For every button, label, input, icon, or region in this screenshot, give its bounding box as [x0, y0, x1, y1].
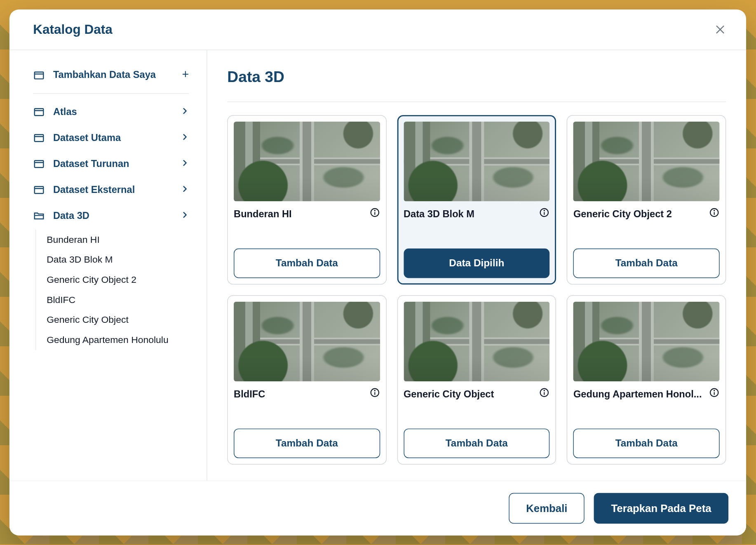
- info-icon[interactable]: [539, 387, 550, 400]
- chevron-right-icon: [181, 158, 189, 169]
- add-data-button[interactable]: Tambah Data: [234, 429, 380, 458]
- sidebar-item-data-3d[interactable]: Data 3D: [33, 202, 189, 228]
- card-title: Generic City Object 2: [573, 208, 672, 219]
- svg-rect-2: [35, 72, 43, 79]
- apply-to-map-button[interactable]: Terapkan Pada Peta: [594, 493, 728, 524]
- spacer: [573, 220, 720, 249]
- card-thumbnail: [234, 302, 380, 381]
- content-title: Data 3D: [227, 68, 726, 102]
- svg-rect-4: [35, 108, 43, 115]
- sidebar-item-label: Data 3D: [53, 210, 181, 221]
- card-thumbnail: [573, 302, 720, 381]
- svg-point-24: [374, 390, 375, 391]
- folder-icon: [33, 157, 47, 169]
- sidebar-item-dataset-eksternal[interactable]: Dataset Eksternal: [33, 176, 189, 202]
- spacer: [573, 400, 720, 429]
- folder-icon: [33, 69, 47, 81]
- card-grid: Bunderan HI Tambah Data Data 3D Blok M: [227, 115, 726, 465]
- modal-title: Katalog Data: [33, 22, 113, 37]
- modal-header: Katalog Data: [9, 9, 746, 49]
- info-icon[interactable]: [709, 207, 720, 221]
- chevron-right-icon: [181, 210, 189, 221]
- plus-icon: +: [182, 68, 189, 82]
- card-thumbnail: [404, 122, 550, 201]
- sidebar-add-my-data[interactable]: Tambahkan Data Saya +: [33, 61, 189, 88]
- sidebar-item-dataset-turunan[interactable]: Dataset Turunan: [33, 150, 189, 176]
- svg-point-30: [714, 390, 714, 391]
- card-title: Gedung Apartemen Honol...: [573, 388, 702, 399]
- sidebar-item-label: Dataset Turunan: [53, 158, 181, 169]
- card-title-row: BldIFC: [234, 387, 380, 400]
- chevron-right-icon: [181, 184, 189, 195]
- data-card[interactable]: Data 3D Blok M Data Dipilih: [397, 115, 556, 284]
- data-card[interactable]: Bunderan HI Tambah Data: [227, 115, 386, 284]
- sidebar-child-item[interactable]: BldIFC: [45, 290, 189, 310]
- data-card[interactable]: Generic City Object 2 Tambah Data: [567, 115, 726, 284]
- card-title-row: Bunderan HI: [234, 207, 380, 221]
- card-title-row: Generic City Object: [404, 387, 550, 400]
- card-thumbnail: [234, 122, 380, 201]
- card-thumbnail: [573, 122, 720, 201]
- sidebar-item-label: Tambahkan Data Saya: [53, 69, 182, 80]
- data-catalog-modal: Katalog Data Tambahkan Data Saya +: [9, 9, 746, 536]
- card-title-row: Generic City Object 2: [573, 207, 720, 221]
- svg-rect-10: [35, 187, 43, 194]
- svg-point-15: [374, 210, 375, 211]
- data-selected-button[interactable]: Data Dipilih: [404, 249, 550, 278]
- data-card[interactable]: BldIFC Tambah Data: [227, 295, 386, 465]
- add-data-button[interactable]: Tambah Data: [404, 429, 550, 458]
- info-icon[interactable]: [369, 387, 380, 400]
- info-icon[interactable]: [709, 387, 720, 400]
- modal-body: Tambahkan Data Saya + Atlas: [9, 49, 746, 480]
- sidebar-child-item[interactable]: Bunderan HI: [45, 230, 189, 250]
- svg-rect-6: [35, 134, 43, 141]
- modal-footer: Kembali Terapkan Pada Peta: [9, 481, 746, 536]
- add-data-button[interactable]: Tambah Data: [573, 249, 720, 278]
- card-title: BldIFC: [234, 388, 265, 399]
- svg-point-21: [714, 210, 714, 211]
- close-button[interactable]: [712, 21, 728, 38]
- divider: [33, 93, 189, 94]
- sidebar-children: Bunderan HI Data 3D Blok M Generic City …: [35, 230, 189, 350]
- sidebar-item-dataset-utama[interactable]: Dataset Utama: [33, 125, 189, 150]
- card-title: Bunderan HI: [234, 208, 291, 219]
- info-icon[interactable]: [539, 207, 550, 221]
- folder-icon: [33, 183, 47, 195]
- sidebar-item-label: Dataset Eksternal: [53, 184, 181, 195]
- content-area[interactable]: Data 3D Bunderan HI Tambah Data: [207, 50, 746, 481]
- svg-point-18: [544, 210, 545, 211]
- chevron-right-icon: [181, 132, 189, 143]
- svg-point-27: [544, 390, 545, 391]
- folder-open-icon: [33, 209, 47, 221]
- sidebar-child-item[interactable]: Gedung Apartemen Honolulu: [45, 330, 189, 350]
- folder-icon: [33, 106, 47, 117]
- spacer: [404, 400, 550, 429]
- close-icon: [714, 23, 726, 35]
- svg-rect-8: [35, 161, 43, 168]
- sidebar-item-atlas[interactable]: Atlas: [33, 99, 189, 125]
- card-title: Generic City Object: [404, 388, 494, 399]
- sidebar-child-item[interactable]: Generic City Object 2: [45, 270, 189, 290]
- chevron-right-icon: [181, 106, 189, 117]
- data-card[interactable]: Generic City Object Tambah Data: [397, 295, 556, 465]
- data-card[interactable]: Gedung Apartemen Honol... Tambah Data: [567, 295, 726, 465]
- spacer: [234, 400, 380, 429]
- sidebar-item-label: Dataset Utama: [53, 132, 181, 143]
- spacer: [234, 220, 380, 249]
- folder-icon: [33, 132, 47, 143]
- card-title: Data 3D Blok M: [404, 208, 474, 219]
- sidebar-child-item[interactable]: Data 3D Blok M: [45, 250, 189, 270]
- card-thumbnail: [404, 302, 550, 381]
- card-title-row: Data 3D Blok M: [404, 207, 550, 221]
- info-icon[interactable]: [369, 207, 380, 221]
- add-data-button[interactable]: Tambah Data: [573, 429, 720, 458]
- sidebar: Tambahkan Data Saya + Atlas: [9, 50, 207, 481]
- spacer: [404, 220, 550, 249]
- add-data-button[interactable]: Tambah Data: [234, 249, 380, 278]
- back-button[interactable]: Kembali: [509, 493, 585, 524]
- sidebar-item-label: Atlas: [53, 106, 181, 117]
- card-title-row: Gedung Apartemen Honol...: [573, 387, 720, 400]
- sidebar-child-item[interactable]: Generic City Object: [45, 310, 189, 330]
